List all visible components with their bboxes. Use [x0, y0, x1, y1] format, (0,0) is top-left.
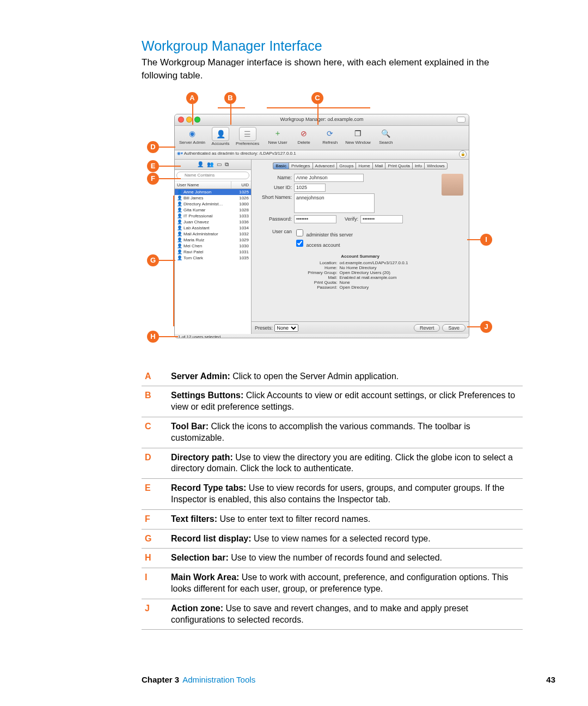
password-field[interactable]: •••••••: [294, 215, 336, 223]
new-user-button[interactable]: ＋ New User: [265, 127, 291, 145]
computer-groups-tab-icon[interactable]: ⧉: [225, 161, 229, 168]
callout-D: D: [147, 141, 159, 153]
page-footer: Chapter 3 Administration Tools 43: [33, 675, 555, 684]
groups-tab-icon[interactable]: 👥: [207, 161, 213, 167]
tab-print-quota[interactable]: Print Quota: [385, 162, 412, 169]
presets-label: Presets:: [255, 325, 273, 331]
col-user-name[interactable]: User Name: [175, 181, 231, 188]
list-item[interactable]: 👤Gita Kumar1028: [175, 207, 251, 213]
callout-letter: D: [142, 448, 168, 479]
list-item[interactable]: 👤Tom Clark1035: [175, 255, 251, 261]
preferences-button[interactable]: ☰ Preferences: [234, 127, 261, 146]
search-input[interactable]: [176, 172, 249, 179]
list-item[interactable]: 👤IT Professional1033: [175, 213, 251, 219]
toolbar: ◉ Server Admin 👤 Accounts ☰ Preferences …: [175, 126, 469, 150]
access-label: access account: [307, 242, 340, 248]
list-item[interactable]: 👤Lab Assistant1034: [175, 225, 251, 231]
access-checkbox[interactable]: [296, 240, 303, 247]
tab-advanced[interactable]: Advanced: [313, 162, 337, 169]
summary-header: Account Summary: [256, 254, 464, 259]
user-tabs[interactable]: BasicPrivilegesAdvancedGroupsHomeMailPri…: [252, 160, 469, 171]
callout-description: Tool Bar: Click the icons to accomplish …: [168, 417, 523, 448]
user-photo[interactable]: [442, 174, 463, 196]
callout-description: Record list display: Use to view names f…: [168, 529, 523, 549]
callout-description: Selection bar: Use to view the number of…: [168, 549, 523, 568]
search-label: Search: [379, 140, 393, 145]
delete-label: Delete: [298, 140, 310, 145]
list-item[interactable]: 👤Bill James1026: [175, 195, 251, 201]
callout-J: J: [480, 321, 492, 333]
callout-description-table: AServer Admin: Click to open the Server …: [142, 367, 523, 630]
tab-basic[interactable]: Basic: [273, 162, 289, 169]
list-item[interactable]: 👤Juan Chavez1036: [175, 219, 251, 225]
server-admin-label: Server Admin: [179, 140, 205, 145]
col-uid[interactable]: UID: [231, 181, 251, 188]
list-item[interactable]: 👤Anne Johnson1025: [175, 189, 251, 195]
callout-description: Settings Buttons: Click Accounts to view…: [168, 386, 523, 417]
administer-checkbox[interactable]: [296, 229, 303, 236]
search-filter: [175, 170, 251, 181]
tab-info[interactable]: Info: [412, 162, 424, 169]
zoom-icon[interactable]: [194, 117, 200, 123]
callout-I: I: [480, 234, 492, 246]
list-header[interactable]: User Name UID: [175, 181, 251, 189]
tab-privileges[interactable]: Privileges: [289, 162, 313, 169]
tab-mail[interactable]: Mail: [372, 162, 385, 169]
callout-letter: A: [142, 367, 168, 386]
shortnames-field[interactable]: annejohnson: [294, 193, 375, 213]
list-item[interactable]: 👤Directory Administ…1000: [175, 201, 251, 207]
computers-tab-icon[interactable]: ▭: [217, 161, 222, 167]
callout-letter: B: [142, 386, 168, 417]
refresh-button[interactable]: ⟳ Refresh: [317, 127, 343, 145]
directory-path-bar: ◉▾ Authenticated as diradmin to director…: [175, 150, 469, 160]
record-type-tabs[interactable]: 👤 👥 ▭ ⧉: [175, 160, 251, 170]
presets-select[interactable]: None: [274, 324, 298, 332]
callout-description: Server Admin: Click to open the Server A…: [168, 367, 523, 386]
tab-home[interactable]: Home: [356, 162, 372, 169]
verify-label: Verify:: [336, 215, 358, 222]
callout-G: G: [147, 254, 159, 266]
basic-form: Name: Anne Johnson User ID: 1025 Short N…: [252, 171, 469, 293]
left-pane: 👤 👥 ▭ ⧉ User Name UID 👤Anne Johnson1025👤…: [175, 160, 252, 334]
callout-C: C: [311, 92, 323, 104]
save-button[interactable]: Save: [442, 324, 465, 332]
main-work-area: BasicPrivilegesAdvancedGroupsHomeMailPri…: [252, 160, 469, 334]
list-item[interactable]: 👤Maria Ruiz1029: [175, 237, 251, 243]
tab-groups[interactable]: Groups: [336, 162, 356, 169]
record-list[interactable]: 👤Anne Johnson1025👤Bill James1026👤Directo…: [175, 189, 251, 334]
toolbar-toggle-icon[interactable]: [457, 117, 465, 123]
userid-field[interactable]: 1025: [294, 184, 326, 192]
preferences-label: Preferences: [236, 141, 259, 146]
verify-field[interactable]: •••••••: [360, 215, 403, 223]
minimize-icon[interactable]: [186, 117, 192, 123]
administer-label: administer this server: [307, 232, 353, 238]
callout-description: Text filters: Use to enter text to filte…: [168, 509, 523, 529]
callout-letter: J: [142, 599, 168, 630]
shortnames-label: Short Names:: [256, 193, 292, 200]
users-tab-icon[interactable]: 👤: [197, 161, 204, 167]
accounts-button[interactable]: 👤 Accounts: [207, 127, 234, 146]
new-user-label: New User: [268, 140, 287, 145]
delete-button[interactable]: ⊘ Delete: [291, 127, 317, 145]
revert-button[interactable]: Revert: [414, 324, 440, 332]
selection-status-bar: 1 of 12 users selected: [175, 334, 469, 338]
callout-letter: C: [142, 417, 168, 448]
callout-description: Directory path: Use to view the director…: [168, 448, 523, 479]
callout-description: Main Work Area: Use to work with account…: [168, 568, 523, 599]
tab-windows[interactable]: Windows: [424, 162, 447, 169]
new-window-label: New Window: [345, 140, 371, 145]
callout-B: B: [224, 92, 236, 104]
close-icon[interactable]: [178, 117, 184, 123]
lock-icon[interactable]: 🔒: [459, 150, 467, 158]
refresh-label: Refresh: [322, 140, 338, 145]
server-admin-button[interactable]: ◉ Server Admin: [177, 127, 207, 145]
search-button[interactable]: 🔍 Search: [373, 127, 399, 145]
list-item[interactable]: 👤Ravi Patel1031: [175, 249, 251, 255]
chapter-number: Chapter 3: [142, 675, 179, 684]
new-window-button[interactable]: ❐ New Window: [343, 127, 373, 145]
page-number: 43: [546, 675, 555, 684]
list-item[interactable]: 👤Mail Administrator1032: [175, 231, 251, 237]
name-field[interactable]: Anne Johnson: [294, 174, 364, 182]
list-item[interactable]: 👤Mei Chen1030: [175, 243, 251, 249]
callout-letter: I: [142, 568, 168, 599]
